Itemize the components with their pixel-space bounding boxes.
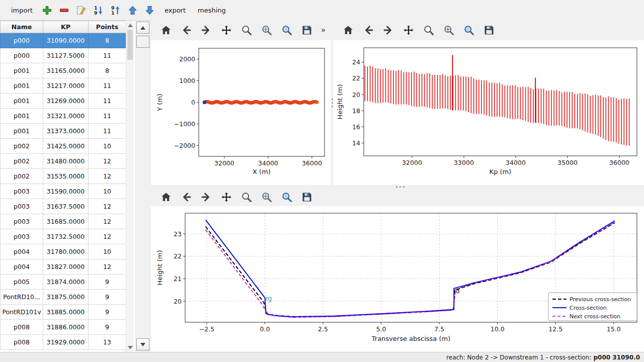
back-button[interactable] [360, 22, 376, 38]
table-row[interactable]: p00131217.000011 [1, 78, 126, 94]
cell-name[interactable]: p003 [1, 214, 43, 229]
cell-name[interactable]: p005 [1, 275, 43, 290]
column-header-points[interactable]: Points [89, 21, 126, 33]
cell-name[interactable]: p002 [1, 154, 43, 169]
cell-points[interactable]: 10 [89, 139, 126, 154]
cell-name[interactable]: p001 [1, 109, 43, 124]
sort-ascending-button[interactable]: 19 [91, 3, 106, 18]
customize-button[interactable] [461, 22, 477, 38]
table-row[interactable]: p00131269.000011 [1, 94, 126, 109]
forward-button[interactable] [198, 189, 214, 205]
customize-button[interactable] [279, 189, 295, 205]
panel-scrollbar-thumb[interactable] [136, 36, 149, 48]
save-button[interactable] [481, 22, 497, 38]
cell-kp[interactable]: 31685.0000 [43, 214, 89, 229]
customize-button[interactable] [279, 22, 295, 38]
cell-name[interactable]: p001 [1, 94, 43, 109]
forward-button[interactable] [380, 22, 396, 38]
column-header-kp[interactable]: KP [43, 21, 89, 33]
cell-kp[interactable]: 31827.0000 [43, 259, 89, 275]
cell-points[interactable]: 12 [89, 214, 126, 229]
cell-points[interactable]: 10 [89, 244, 126, 259]
cell-points[interactable]: 12 [89, 229, 126, 244]
table-row[interactable]: p00431827.000012 [1, 259, 126, 275]
cell-name[interactable]: p003 [1, 199, 43, 214]
cell-name[interactable]: p004 [1, 259, 43, 275]
table-row[interactable]: p00331732.500012 [1, 229, 126, 244]
cell-points[interactable]: 12 [89, 199, 126, 214]
cell-name[interactable]: p001 [1, 78, 43, 94]
table-row[interactable]: p00131165.00008 [1, 63, 126, 78]
table-row[interactable]: p00431780.000010 [1, 244, 126, 259]
cell-points[interactable]: 12 [89, 259, 126, 275]
cell-kp[interactable]: 31269.0000 [43, 94, 89, 109]
cell-kp[interactable]: 31425.0000 [43, 139, 89, 154]
zoom-button[interactable] [421, 22, 437, 38]
table-row[interactable]: p00331685.000012 [1, 214, 126, 229]
column-header-name[interactable]: Name [1, 21, 43, 33]
cell-kp[interactable]: 31535.0000 [43, 169, 89, 184]
pan-button[interactable] [218, 22, 234, 38]
cell-points[interactable]: 8 [89, 33, 126, 48]
cell-kp[interactable]: 31929.0000 [43, 335, 89, 350]
cell-points[interactable]: 11 [89, 94, 126, 109]
cell-kp[interactable]: 31165.0000 [43, 63, 89, 78]
cell-points[interactable]: 11 [89, 124, 126, 139]
cell-kp[interactable]: 31480.0000 [43, 154, 89, 169]
cell-name[interactable]: p001 [1, 124, 43, 139]
longitudinal-profile-chart[interactable]: 3200033000340003500036000141618202224Kp … [333, 40, 644, 185]
cell-points[interactable]: 8 [89, 63, 126, 78]
scroll-up-icon[interactable] [128, 24, 133, 27]
plan-view-chart[interactable]: 320003400036000200010000−1000−2000X (m)Y… [151, 40, 331, 185]
remove-button[interactable] [57, 3, 72, 18]
cell-points[interactable]: 10 [89, 184, 126, 199]
cell-kp[interactable]: 31875.0000 [43, 290, 89, 305]
configure-subplots-button[interactable] [259, 22, 275, 38]
cell-kp[interactable]: 31321.0000 [43, 109, 89, 124]
cell-name[interactable]: p004 [1, 244, 43, 259]
table-row[interactable]: p00131321.000011 [1, 109, 126, 124]
table-row[interactable]: p00831886.00009 [1, 320, 126, 335]
export-button[interactable]: export [159, 4, 191, 17]
table-row[interactable]: p00531874.00009 [1, 275, 126, 290]
configure-subplots-button[interactable] [259, 189, 275, 205]
toolbar-overflow-chevron[interactable]: » [321, 26, 326, 35]
table-row[interactable]: PontRD10...31875.00009 [1, 290, 126, 305]
move-up-button[interactable] [125, 3, 140, 18]
cell-points[interactable]: 9 [89, 320, 126, 335]
sort-descending-button[interactable]: 91 [108, 3, 123, 18]
cell-name[interactable]: p008 [1, 335, 43, 350]
cell-points[interactable]: 11 [89, 109, 126, 124]
cell-name[interactable]: p002 [1, 169, 43, 184]
cross-section-chart[interactable]: −2.50.02.55.07.510.012.515.020212223Tran… [151, 206, 644, 352]
cell-kp[interactable]: 31127.5000 [43, 48, 89, 63]
cell-points[interactable]: 11 [89, 78, 126, 94]
home-button[interactable] [158, 189, 174, 205]
cell-points[interactable]: 12 [89, 169, 126, 184]
cell-points[interactable]: 13 [89, 335, 126, 350]
cell-name[interactable]: p000 [1, 48, 43, 63]
back-button[interactable] [178, 189, 194, 205]
cell-kp[interactable]: 31373.0000 [43, 124, 89, 139]
move-down-button[interactable] [142, 3, 157, 18]
cell-name[interactable]: p003 [1, 184, 43, 199]
zoom-button[interactable] [238, 189, 255, 205]
cell-name[interactable]: p000 [1, 33, 43, 48]
cell-kp[interactable]: 31886.0000 [43, 320, 89, 335]
cell-kp[interactable]: 31590.0000 [43, 184, 89, 199]
cell-points[interactable]: 11 [89, 48, 126, 63]
cell-kp[interactable]: 31217.0000 [43, 78, 89, 94]
cell-kp[interactable]: 31732.5000 [43, 229, 89, 244]
edit-button[interactable] [74, 3, 89, 18]
table-row[interactable]: p00231425.000010 [1, 139, 126, 154]
cell-name[interactable]: p002 [1, 139, 43, 154]
cell-kp[interactable]: 31885.0000 [43, 305, 89, 320]
cell-name[interactable]: PontRD101v [1, 305, 43, 320]
add-button[interactable] [40, 3, 55, 18]
table-row[interactable]: PontRD101v31885.00009 [1, 305, 126, 320]
cell-name[interactable]: p003 [1, 229, 43, 244]
scroll-up-button[interactable] [136, 22, 149, 34]
scroll-down-button[interactable] [136, 338, 149, 350]
table-scrollbar-thumb[interactable] [127, 30, 133, 60]
table-row[interactable]: p00831929.000013 [1, 335, 126, 350]
